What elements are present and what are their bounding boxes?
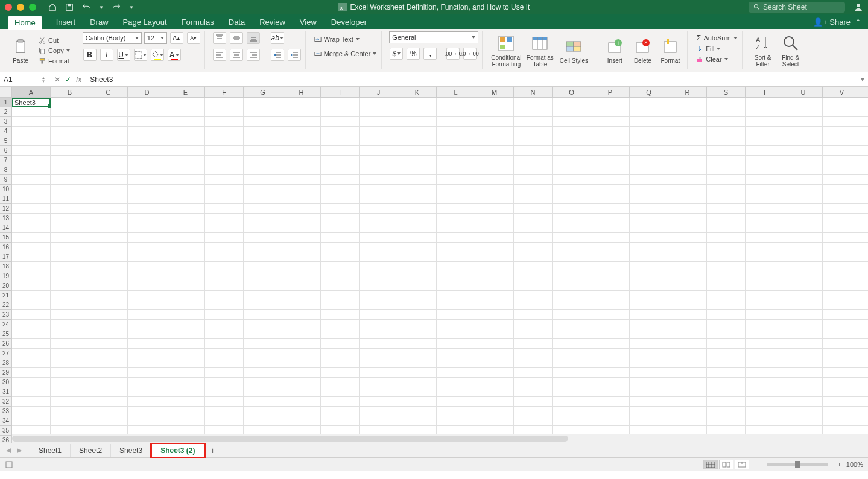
- name-box[interactable]: A1 ▲▼: [0, 73, 49, 86]
- page-layout-view-icon[interactable]: [719, 460, 733, 469]
- fx-icon[interactable]: fx: [76, 75, 81, 84]
- zoom-in-icon[interactable]: +: [837, 461, 841, 468]
- row-header-15[interactable]: 15: [0, 233, 12, 243]
- macro-record-icon[interactable]: [5, 460, 13, 469]
- clear-button[interactable]: Clear: [695, 55, 738, 63]
- column-header-L[interactable]: L: [437, 87, 475, 97]
- row-header-8[interactable]: 8: [0, 165, 12, 175]
- merge-center-button[interactable]: Merge & Center: [313, 49, 378, 58]
- column-header-E[interactable]: E: [166, 87, 205, 97]
- tab-insert[interactable]: Insert: [56, 17, 76, 27]
- find-select-button[interactable]: Find & Select: [778, 34, 804, 68]
- zoom-slider[interactable]: [767, 463, 828, 466]
- bold-button[interactable]: B: [83, 49, 97, 61]
- row-header-22[interactable]: 22: [0, 300, 12, 310]
- copy-button[interactable]: Copy: [37, 46, 71, 55]
- comma-icon[interactable]: ,: [423, 48, 437, 60]
- column-header-A[interactable]: A: [12, 87, 51, 97]
- row-header-32[interactable]: 32: [0, 397, 12, 407]
- insert-cells-button[interactable]: +Insert: [601, 37, 628, 64]
- row-header-10[interactable]: 10: [0, 185, 12, 194]
- column-header-M[interactable]: M: [475, 87, 514, 97]
- undo-dropdown-icon[interactable]: ▼: [99, 5, 104, 10]
- row-header-1[interactable]: 1: [0, 98, 12, 107]
- row-header-28[interactable]: 28: [0, 358, 12, 368]
- sheet-nav-next-icon[interactable]: ▶: [14, 445, 24, 455]
- decrease-decimal-icon[interactable]: .0→.00: [463, 48, 477, 60]
- orientation-icon[interactable]: ab: [271, 32, 284, 44]
- enter-formula-icon[interactable]: ✓: [65, 75, 71, 84]
- zoom-level[interactable]: 100%: [846, 461, 863, 468]
- column-header-S[interactable]: S: [707, 87, 746, 97]
- increase-font-icon[interactable]: A▴: [170, 32, 183, 44]
- fill-handle[interactable]: [48, 104, 51, 108]
- percent-icon[interactable]: %: [407, 48, 420, 60]
- sheet-tab-3[interactable]: Sheet3 (2): [151, 443, 204, 457]
- cancel-formula-icon[interactable]: ✕: [54, 75, 60, 84]
- align-middle-icon[interactable]: [230, 32, 243, 44]
- tab-draw[interactable]: Draw: [90, 17, 108, 27]
- wrap-text-button[interactable]: Wrap Text: [313, 35, 378, 43]
- tab-data[interactable]: Data: [229, 17, 245, 27]
- zoom-out-icon[interactable]: −: [754, 461, 758, 468]
- fill-button[interactable]: Fill: [695, 45, 738, 53]
- align-top-icon[interactable]: [213, 32, 226, 44]
- row-header-17[interactable]: 17: [0, 252, 12, 262]
- tab-view[interactable]: View: [300, 17, 317, 27]
- cut-button[interactable]: Cut: [37, 36, 71, 45]
- horizontal-scrollbar[interactable]: [12, 434, 868, 443]
- tab-home[interactable]: Home: [8, 16, 42, 30]
- column-header-N[interactable]: N: [514, 87, 553, 97]
- row-header-9[interactable]: 9: [0, 175, 12, 185]
- increase-indent-icon[interactable]: [288, 49, 301, 61]
- sheet-tab-2[interactable]: Sheet3: [111, 444, 151, 457]
- italic-button[interactable]: I: [100, 49, 113, 61]
- column-header-B[interactable]: B: [51, 87, 89, 97]
- row-header-26[interactable]: 26: [0, 339, 12, 349]
- select-all-corner[interactable]: [0, 87, 12, 97]
- row-header-24[interactable]: 24: [0, 320, 12, 329]
- row-header-34[interactable]: 34: [0, 416, 12, 426]
- normal-view-icon[interactable]: [703, 460, 718, 469]
- row-header-29[interactable]: 29: [0, 368, 12, 378]
- format-painter-button[interactable]: Format: [37, 57, 71, 65]
- undo-icon[interactable]: [82, 3, 90, 11]
- column-header-O[interactable]: O: [553, 87, 591, 97]
- column-header-P[interactable]: P: [591, 87, 630, 97]
- cells-area[interactable]: Sheet3: [12, 98, 868, 443]
- row-header-11[interactable]: 11: [0, 194, 12, 204]
- align-bottom-icon[interactable]: [247, 32, 260, 44]
- font-name-combo[interactable]: Calibri (Body): [83, 32, 142, 44]
- row-header-30[interactable]: 30: [0, 378, 12, 387]
- column-header-J[interactable]: J: [360, 87, 398, 97]
- format-cells-button[interactable]: Format: [657, 37, 683, 64]
- font-size-combo[interactable]: 12: [144, 32, 167, 44]
- tab-developer[interactable]: Developer: [331, 17, 367, 27]
- row-header-25[interactable]: 25: [0, 329, 12, 339]
- column-header-F[interactable]: F: [205, 87, 244, 97]
- sheet-tab-0[interactable]: Sheet1: [30, 444, 71, 457]
- row-header-5[interactable]: 5: [0, 136, 12, 146]
- row-header-2[interactable]: 2: [0, 107, 12, 117]
- column-header-R[interactable]: R: [668, 87, 707, 97]
- row-header-36[interactable]: 36: [0, 436, 12, 443]
- column-header-V[interactable]: V: [823, 87, 861, 97]
- row-header-27[interactable]: 27: [0, 349, 12, 358]
- collapse-ribbon-icon[interactable]: ⌃: [855, 18, 861, 26]
- row-header-21[interactable]: 21: [0, 291, 12, 300]
- row-header-35[interactable]: 35: [0, 426, 12, 436]
- column-header-K[interactable]: K: [398, 87, 437, 97]
- decrease-font-icon[interactable]: A▾: [187, 32, 200, 44]
- column-header-H[interactable]: H: [282, 87, 321, 97]
- minimize-window-icon[interactable]: [17, 4, 24, 11]
- home-icon[interactable]: [48, 3, 57, 11]
- column-header-I[interactable]: I: [321, 87, 360, 97]
- autosum-button[interactable]: ΣAutoSum: [695, 33, 738, 43]
- conditional-formatting-button[interactable]: Conditional Formatting: [490, 34, 522, 68]
- format-as-table-button[interactable]: Format as Table: [524, 34, 556, 68]
- decrease-indent-icon[interactable]: [271, 49, 284, 61]
- maximize-window-icon[interactable]: [29, 4, 36, 11]
- qat-customize-icon[interactable]: ▼: [129, 5, 134, 10]
- cell-styles-button[interactable]: Cell Styles: [557, 37, 590, 64]
- currency-icon[interactable]: $: [390, 48, 403, 60]
